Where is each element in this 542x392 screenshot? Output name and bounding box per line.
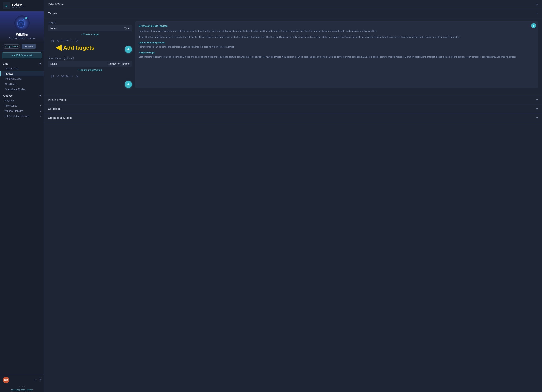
annotation-label: Add targets: [63, 45, 94, 51]
analyze-section-label: Analyze: [3, 94, 13, 97]
create-target-row[interactable]: + Create a target: [48, 31, 132, 37]
edit-nav: Orbit & Time Targets Pointing Modes Cond…: [0, 66, 44, 92]
targets-layout: Targets Name Type + Create a target: [48, 21, 538, 88]
sidebar-footer: RR ⌂ ?: [0, 375, 44, 385]
create-group-label[interactable]: + Create a target group: [48, 67, 132, 73]
svg-text:S: S: [5, 4, 7, 7]
info-body-3: Pointing modes can be defined to point (…: [139, 45, 535, 49]
sidebar-item-full-sim-statistics[interactable]: Full Simulation Statistics ›: [0, 114, 44, 119]
targets-section-chevron-icon: ∧: [536, 12, 538, 15]
conditions-section[interactable]: Conditions ∨: [44, 104, 542, 113]
analyze-nav: Playback Time Series › Window Statistics…: [0, 98, 44, 119]
targets-col-type: Type: [92, 25, 132, 31]
app-name: Sedaro: [12, 3, 25, 6]
project-sub: Preliminary Design · Long Sim: [8, 37, 35, 39]
groups-first-page-btn[interactable]: |◁: [50, 74, 55, 78]
window-statistics-label: Window Statistics: [4, 110, 23, 112]
sidebar-logo: S Sedaro Satellite: [0, 0, 44, 11]
targets-next-btn[interactable]: ▷: [70, 39, 74, 42]
sidebar-item-orbit-time[interactable]: Orbit & Time: [0, 66, 44, 71]
link-pointing-modes[interactable]: Link to Pointing Modes: [139, 41, 535, 44]
add-group-button[interactable]: +: [125, 81, 132, 88]
home-icon[interactable]: ⌂: [34, 378, 36, 382]
project-name: Wildfire: [16, 33, 28, 37]
targets-section: Targets ∧ Targets Name Type: [44, 9, 542, 95]
status-badge: ✓ Up to date: [3, 44, 20, 48]
sidebar-item-pointing-modes[interactable]: Pointing Modes: [0, 76, 44, 82]
full-sim-label: Full Simulation Statistics: [4, 115, 30, 117]
targets-pagination-info: 0-0 of 0: [61, 39, 68, 42]
targets-prev-btn[interactable]: ◁: [56, 39, 60, 42]
simulate-button[interactable]: Simulate: [22, 44, 36, 48]
groups-col-targets: Number of Targets: [74, 61, 132, 67]
targets-tables-column: Targets Name Type + Create a target: [48, 21, 132, 88]
orbit-time-label: Orbit & Time: [48, 3, 64, 6]
pointing-modes-label: Pointing Modes: [48, 98, 67, 101]
window-statistics-arrow-icon: ›: [40, 110, 41, 112]
edit-spacecraft-button[interactable]: ✦ ✦ Edit Spacecraft: [2, 52, 42, 58]
info-panel-section-1: Targets and their motion relative to you…: [139, 29, 535, 33]
info-panel: i Create and Edit Targets Targets and th…: [135, 21, 538, 88]
svg-point-7: [25, 17, 27, 19]
info-body-1: Targets and their motion relative to you…: [139, 29, 535, 33]
targets-section-header[interactable]: Targets ∧: [44, 9, 542, 18]
annotation-arrow-icon: [56, 45, 62, 51]
orbit-time-chevron-icon: ∨: [536, 3, 538, 6]
time-series-arrow-icon: ›: [40, 104, 41, 107]
pointing-modes-section[interactable]: Pointing Modes ∨: [44, 95, 542, 104]
groups-prev-btn[interactable]: ◁: [56, 74, 60, 78]
info-body-4: Group targets together so only one opera…: [139, 55, 535, 59]
conditions-label: Conditions: [48, 107, 61, 110]
sidebar-item-window-statistics[interactable]: Window Statistics ›: [0, 108, 44, 114]
targets-section-label: Targets: [48, 12, 57, 15]
svg-point-8: [23, 19, 24, 20]
sidebar-actions: ✓ Up to date Simulate: [0, 42, 44, 51]
sidebar-item-time-series[interactable]: Time Series ›: [0, 103, 44, 108]
add-target-button[interactable]: +: [125, 46, 132, 53]
sidebar-item-targets[interactable]: Targets: [0, 71, 44, 76]
sidebar: S Sedaro Satellite Wildfire: [0, 0, 44, 392]
targets-first-page-btn[interactable]: |◁: [50, 39, 55, 42]
targets-last-page-btn[interactable]: ▷|: [75, 39, 80, 42]
groups-last-page-btn[interactable]: ▷|: [75, 74, 80, 78]
targets-col-name: Name: [48, 25, 92, 31]
create-group-row[interactable]: + Create a target group: [48, 67, 132, 73]
sidebar-item-operational-modes[interactable]: Operational Modes: [0, 87, 44, 92]
info-panel-section-link2: Target Groups Group targets together so …: [139, 51, 535, 59]
time-series-label: Time Series: [4, 104, 17, 107]
mission-designer-icon: [14, 15, 30, 31]
link-target-groups[interactable]: Target Groups: [139, 51, 535, 54]
create-target-label[interactable]: + Create a target: [48, 31, 132, 37]
sidebar-item-conditions[interactable]: Conditions: [0, 82, 44, 87]
footer-links: Licensing | Terms | Privacy: [0, 389, 44, 392]
edit-section-header[interactable]: Edit ∨: [0, 60, 44, 66]
info-body-2: If your ConOps or attitude control is dr…: [139, 35, 535, 39]
pointing-modes-chevron-icon: ∨: [536, 98, 538, 101]
info-panel-section-2: If your ConOps or attitude control is dr…: [139, 35, 535, 39]
status-label: Up to date: [8, 45, 18, 48]
playback-label: Playback: [4, 99, 14, 102]
analyze-section-header[interactable]: Analyze ∨: [0, 92, 44, 98]
target-groups-section: Target Groups (optional) Name Number of …: [48, 57, 132, 88]
edit-spacecraft-label: ✦ Edit Spacecraft: [14, 54, 33, 57]
targets-table: Name Type + Create a target: [48, 25, 132, 37]
groups-pagination: |◁ ◁ 0-0 of 0 ▷ ▷|: [48, 73, 132, 79]
main-content: Orbit & Time ∨ Targets ∧ Targets Name T: [44, 0, 542, 392]
app-subtitle: Satellite: [12, 6, 25, 8]
operational-modes-section[interactable]: Operational Modes ∨: [44, 113, 542, 122]
sedaro-logo-icon: S: [3, 2, 10, 9]
spacecraft-icon: ✦: [11, 54, 13, 57]
edit-chevron-icon: ∨: [39, 62, 41, 65]
check-icon: ✓: [5, 45, 7, 48]
targets-content: Targets Name Type + Create a target: [44, 18, 542, 91]
groups-next-btn[interactable]: ▷: [70, 74, 74, 78]
help-icon[interactable]: ?: [39, 378, 41, 382]
sidebar-item-playback[interactable]: Playback: [0, 98, 44, 103]
targets-table-label: Targets: [48, 21, 132, 24]
targets-pagination: |◁ ◁ 0-0 of 0 ▷ ▷|: [48, 37, 132, 44]
groups-pagination-info: 0-0 of 0: [61, 75, 68, 77]
info-icon[interactable]: i: [531, 23, 536, 28]
full-sim-arrow-icon: ›: [40, 115, 41, 117]
orbit-time-section[interactable]: Orbit & Time ∨: [44, 0, 542, 9]
info-panel-title: Create and Edit Targets: [139, 24, 535, 27]
